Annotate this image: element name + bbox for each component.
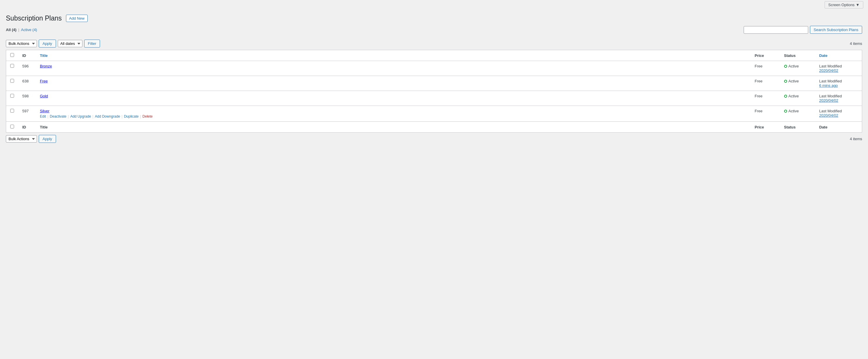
status-label: Active [788,109,799,113]
table-row: 596BronzeFreeActiveLast Modified2020/04/… [6,61,862,76]
page-title: Subscription Plans [6,14,62,22]
select-all-checkbox-top[interactable] [10,53,14,57]
bottom-tablenav: Bulk Actions Apply 4 items [6,135,862,143]
row-date: Last Modified2020/04/02 [815,61,862,76]
status-dot-icon [784,65,787,68]
status-label: Active [788,64,799,68]
row-action-sep: | [68,114,69,119]
row-title-col: Gold [36,91,751,106]
row-price: Free [751,76,780,91]
footer-title-col: Title [36,122,751,132]
date-modified-label: Last Modified [819,64,858,68]
date-value[interactable]: 2020/04/02 [819,113,858,118]
row-action-duplicate: Duplicate [124,114,139,119]
footer-checkbox-col [6,122,19,132]
row-checkbox-598[interactable] [10,94,14,98]
items-count-bottom: 4 items [850,137,862,141]
date-value[interactable]: 2020/04/02 [819,68,858,73]
title-sort-link[interactable]: Title [40,53,48,58]
row-title-link[interactable]: Free [40,79,48,83]
header-title-col: Title [36,50,751,61]
footer-status-col: Status [780,122,815,132]
row-title-col: Free [36,76,751,91]
row-title-link[interactable]: Bronze [40,64,52,68]
row-price: Free [751,91,780,106]
filter-sep: | [18,28,19,32]
row-status: Active [780,61,815,76]
row-title-col: Bronze [36,61,751,76]
table-row: 597SilverEdit | Deactivate | Add Upgrade… [6,106,862,122]
row-checkbox-596[interactable] [10,64,14,68]
date-modified-label: Last Modified [819,94,858,98]
row-id: 598 [18,91,36,106]
active-filter-link[interactable]: Active (4) [21,28,37,32]
row-action-sep: | [48,114,49,119]
row-action-deactivate: Deactivate [50,114,67,119]
row-action-delete: Delete [143,114,153,119]
table-body: 596BronzeFreeActiveLast Modified2020/04/… [6,61,862,122]
footer-date-col: Date [815,122,862,132]
row-date: Last Modified6 mins ago [815,76,862,91]
dates-filter-select[interactable]: All dates [58,40,83,47]
bulk-actions-select-top[interactable]: Bulk Actions [6,40,37,47]
search-button[interactable]: Search Subscription Plans [810,26,862,34]
date-sort-link[interactable]: Date [819,53,828,58]
row-title-link[interactable]: Silver [40,109,50,113]
screen-options-button[interactable]: Screen Options ▼ [825,1,863,8]
date-value[interactable]: 2020/04/02 [819,98,858,103]
row-checkbox-col [6,61,19,76]
footer-id-col: ID [18,122,36,132]
row-action-sep: | [140,114,141,119]
row-date: Last Modified2020/04/02 [815,91,862,106]
row-action-link-delete[interactable]: Delete [143,114,153,119]
row-title-link[interactable]: Gold [40,94,48,98]
row-status: Active [780,76,815,91]
row-action-link-deactivate[interactable]: Deactivate [50,114,67,119]
row-action-sep: | [92,114,93,119]
row-checkbox-col [6,76,19,91]
apply-button-top[interactable]: Apply [39,39,56,48]
row-id: 597 [18,106,36,122]
table-row: 598GoldFreeActiveLast Modified2020/04/02 [6,91,862,106]
row-action-link-edit[interactable]: Edit [40,114,46,119]
header-status-col: Status [780,50,815,61]
screen-options-label: Screen Options [829,3,855,7]
row-price: Free [751,106,780,122]
header-date-col: Date [815,50,862,61]
filter-button[interactable]: Filter [84,39,100,48]
row-status: Active [780,91,815,106]
row-action-link-duplicate[interactable]: Duplicate [124,114,139,119]
row-id: 638 [18,76,36,91]
filter-links: All (4) | Active (4) [6,28,37,32]
row-action-sep: | [122,114,123,119]
status-dot-icon [784,80,787,83]
row-action-link-add-downgrade[interactable]: Add Downgrade [95,114,120,119]
row-status: Active [780,106,815,122]
bulk-actions-select-bottom[interactable]: Bulk Actions [6,135,37,143]
row-checkbox-597[interactable] [10,109,14,113]
table-row: 638FreeFreeActiveLast Modified6 mins ago [6,76,862,91]
apply-button-bottom[interactable]: Apply [39,135,56,143]
select-all-checkbox-bottom[interactable] [10,125,14,128]
top-tablenav: Bulk Actions Apply All dates Filter 4 it… [6,39,862,48]
row-checkbox-638[interactable] [10,79,14,83]
all-filter-link[interactable]: All (4) [6,28,17,32]
footer-price-col: Price [751,122,780,132]
date-value[interactable]: 6 mins ago [819,83,858,88]
subscription-plans-table: ID Title Price Status Date 596BronzeFree… [6,50,862,132]
add-new-button[interactable]: Add New [66,15,88,22]
date-modified-label: Last Modified [819,79,858,83]
status-dot-icon [784,110,787,113]
items-count-top: 4 items [850,41,862,46]
header-price-col: Price [751,50,780,61]
table-header-row: ID Title Price Status Date [6,50,862,61]
row-action-add-downgrade: Add Downgrade [95,114,120,119]
row-date: Last Modified2020/04/02 [815,106,862,122]
row-id: 596 [18,61,36,76]
row-checkbox-col [6,91,19,106]
row-action-edit: Edit [40,114,46,119]
search-input[interactable] [744,26,808,34]
row-action-link-add-upgrade[interactable]: Add Upgrade [70,114,91,119]
screen-options-chevron: ▼ [856,3,860,7]
date-modified-label: Last Modified [819,109,858,113]
